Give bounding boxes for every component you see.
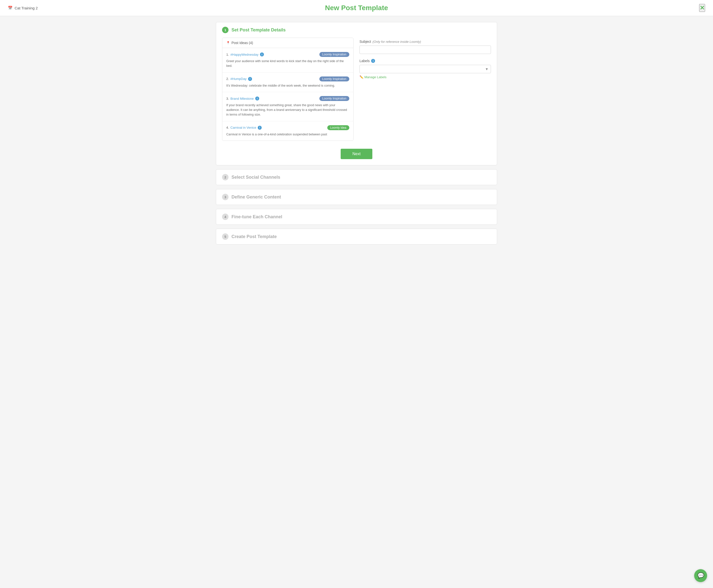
- page-title: New Post Template: [325, 4, 388, 12]
- step-4-card: 4 Fine-tune Each Channel: [216, 209, 497, 225]
- calendar-icon: 📅: [8, 6, 13, 10]
- post-idea-4-row: 4. Carnival in Venice i Loomly Idea: [226, 125, 349, 130]
- pencil-icon: ✏️: [360, 75, 363, 79]
- step-5-title: Create Post Template: [231, 234, 277, 239]
- step-3-number: 3: [222, 194, 228, 200]
- next-button[interactable]: Next: [341, 149, 372, 159]
- post-idea-1-link[interactable]: #HappyWednesday: [230, 53, 259, 57]
- post-idea-3-title-group: 3. Brand Milestone i: [226, 97, 259, 101]
- post-idea-3-info-icon[interactable]: i: [255, 97, 259, 101]
- step-1-grid: 📍 Post Ideas (4) 1. #HappyWednesday i Lo…: [222, 38, 491, 141]
- manage-labels-link[interactable]: ✏️ Manage Labels: [360, 75, 491, 79]
- labels-label: Labels i: [360, 59, 491, 63]
- step-1-card: 1 Set Post Template Details 📍 Post Ideas…: [216, 22, 497, 165]
- post-idea-2-number: 2.: [226, 77, 229, 81]
- labels-info-icon[interactable]: i: [371, 59, 375, 63]
- close-button[interactable]: ✕: [699, 4, 705, 12]
- right-panel: Subject (Only for reference inside Looml…: [360, 38, 491, 141]
- post-idea-1-info-icon[interactable]: i: [260, 52, 264, 57]
- step-5-header[interactable]: 5 Create Post Template: [216, 229, 497, 244]
- post-idea-4-title-group: 4. Carnival in Venice i: [226, 126, 262, 130]
- post-idea-2-desc: It's Wednesday: celebrate the middle of …: [226, 83, 349, 88]
- post-idea-4-number: 4.: [226, 126, 229, 129]
- subject-label: Subject (Only for reference inside Looml…: [360, 40, 491, 44]
- step-2-header[interactable]: 2 Select Social Channels: [216, 169, 497, 185]
- step-4-title: Fine-tune Each Channel: [231, 214, 282, 219]
- step-4-header[interactable]: 4 Fine-tune Each Channel: [216, 209, 497, 225]
- post-idea-3-desc: If your brand recently achieved somethin…: [226, 103, 349, 117]
- pin-icon: 📍: [226, 41, 230, 45]
- post-idea-4-desc: Carnival in Venice is a one-of-a-kind ce…: [226, 132, 349, 137]
- post-idea-2-title-group: 2. #HumpDay i: [226, 77, 252, 81]
- post-idea-item-3: 3. Brand Milestone i Loomly Inspiration …: [222, 92, 353, 121]
- step-4-number: 4: [222, 214, 228, 220]
- step-1-header: 1 Set Post Template Details: [216, 22, 497, 38]
- step-1-number: 1: [222, 27, 228, 33]
- step-2-title: Select Social Channels: [231, 175, 280, 180]
- app-name-section: 📅 Cat Training 2: [8, 6, 38, 10]
- step-1-body: 📍 Post Ideas (4) 1. #HappyWednesday i Lo…: [216, 38, 497, 165]
- step-3-header[interactable]: 3 Define Generic Content: [216, 189, 497, 205]
- post-idea-item-2: 2. #HumpDay i Loomly Inspiration It's We…: [222, 72, 353, 92]
- step-2-card: 2 Select Social Channels: [216, 169, 497, 185]
- app-name: Cat Training 2: [15, 6, 38, 10]
- post-idea-item-4: 4. Carnival in Venice i Loomly Idea Carn…: [222, 121, 353, 141]
- step-5-number: 5: [222, 233, 228, 240]
- step-3-card: 3 Define Generic Content: [216, 189, 497, 205]
- post-idea-3-link[interactable]: Brand Milestone: [230, 97, 254, 101]
- post-idea-2-badge: Loomly Inspiration: [319, 77, 349, 81]
- main-content: 1 Set Post Template Details 📍 Post Ideas…: [208, 16, 505, 254]
- post-idea-4-link[interactable]: Carnival in Venice: [230, 126, 256, 129]
- step-5-card: 5 Create Post Template: [216, 229, 497, 245]
- post-idea-4-info-icon[interactable]: i: [258, 126, 262, 130]
- page-header: 📅 Cat Training 2 New Post Template ✕: [0, 0, 713, 16]
- post-idea-1-badge: Loomly Inspiration: [319, 52, 349, 57]
- post-idea-1-desc: Greet your audience with some kind words…: [226, 59, 349, 68]
- post-idea-4-badge: Loomly Idea: [327, 125, 349, 130]
- post-ideas-panel: 📍 Post Ideas (4) 1. #HappyWednesday i Lo…: [222, 38, 353, 141]
- labels-select[interactable]: [360, 65, 491, 73]
- subject-field-group: Subject (Only for reference inside Looml…: [360, 40, 491, 54]
- post-idea-2-row: 2. #HumpDay i Loomly Inspiration: [226, 77, 349, 81]
- next-button-row: Next: [222, 149, 491, 159]
- post-ideas-title: Post Ideas (4): [231, 41, 253, 45]
- post-idea-1-number: 1.: [226, 53, 229, 57]
- post-idea-3-badge: Loomly Inspiration: [319, 96, 349, 101]
- post-idea-1-title-group: 1. #HappyWednesday i: [226, 52, 264, 57]
- step-3-title: Define Generic Content: [231, 194, 281, 200]
- labels-select-wrapper: ▼: [360, 65, 491, 73]
- post-idea-3-number: 3.: [226, 97, 229, 101]
- step-2-number: 2: [222, 174, 228, 181]
- post-idea-3-row: 3. Brand Milestone i Loomly Inspiration: [226, 96, 349, 101]
- subject-input[interactable]: [360, 45, 491, 54]
- post-idea-2-link[interactable]: #HumpDay: [230, 77, 247, 81]
- post-idea-2-info-icon[interactable]: i: [248, 77, 252, 81]
- post-idea-1-row: 1. #HappyWednesday i Loomly Inspiration: [226, 52, 349, 57]
- post-idea-item-1: 1. #HappyWednesday i Loomly Inspiration …: [222, 48, 353, 72]
- labels-field-group: Labels i ▼ ✏️ Manage Labels: [360, 59, 491, 79]
- step-1-title: Set Post Template Details: [231, 27, 286, 33]
- post-ideas-header: 📍 Post Ideas (4): [222, 38, 353, 48]
